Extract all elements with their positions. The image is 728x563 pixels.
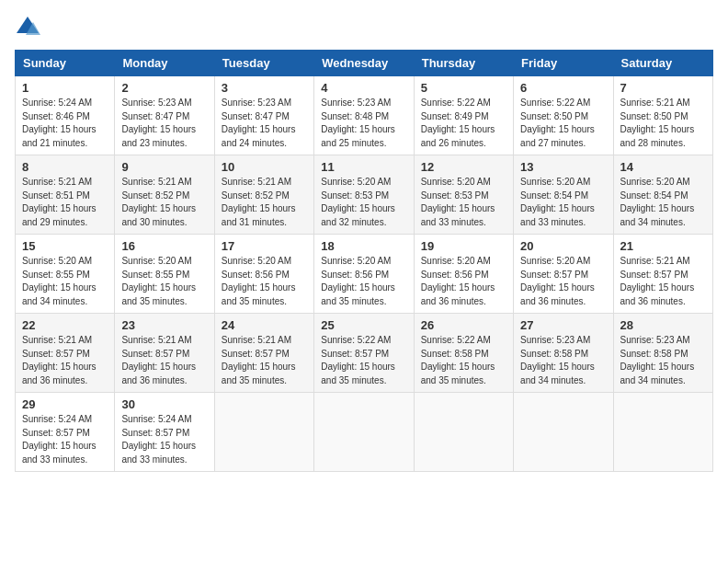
day-info: Sunrise: 5:20 AMSunset: 8:55 PMDaylight:… <box>22 255 108 308</box>
calendar-cell: 19Sunrise: 5:20 AMSunset: 8:56 PMDayligh… <box>414 235 513 314</box>
calendar-cell: 22Sunrise: 5:21 AMSunset: 8:57 PMDayligh… <box>16 314 115 393</box>
day-number: 1 <box>22 81 108 95</box>
day-number: 19 <box>421 239 506 253</box>
day-info: Sunrise: 5:21 AMSunset: 8:52 PMDaylight:… <box>121 176 207 229</box>
day-info: Sunrise: 5:20 AMSunset: 8:55 PMDaylight:… <box>121 255 207 308</box>
day-info: Sunrise: 5:21 AMSunset: 8:57 PMDaylight:… <box>121 334 207 387</box>
calendar-cell: 10Sunrise: 5:21 AMSunset: 8:52 PMDayligh… <box>214 155 313 235</box>
day-number: 6 <box>520 81 606 95</box>
calendar-cell: 7Sunrise: 5:21 AMSunset: 8:50 PMDaylight… <box>613 76 712 155</box>
calendar-cell: 21Sunrise: 5:21 AMSunset: 8:57 PMDayligh… <box>613 235 712 314</box>
calendar-cell <box>613 393 712 472</box>
page-header <box>15 15 713 40</box>
calendar-cell <box>414 393 513 472</box>
day-number: 26 <box>421 318 506 332</box>
day-number: 12 <box>421 160 506 174</box>
day-number: 21 <box>620 239 706 253</box>
day-number: 3 <box>222 81 307 95</box>
day-info: Sunrise: 5:20 AMSunset: 8:54 PMDaylight:… <box>620 176 706 229</box>
day-number: 10 <box>222 160 307 174</box>
calendar-cell: 6Sunrise: 5:22 AMSunset: 8:50 PMDaylight… <box>514 76 613 155</box>
calendar-cell: 15Sunrise: 5:20 AMSunset: 8:55 PMDayligh… <box>16 235 115 314</box>
day-number: 9 <box>121 160 207 174</box>
calendar-cell: 24Sunrise: 5:21 AMSunset: 8:57 PMDayligh… <box>214 314 313 393</box>
day-info: Sunrise: 5:22 AMSunset: 8:57 PMDaylight:… <box>321 334 406 387</box>
calendar-week-row: 15Sunrise: 5:20 AMSunset: 8:55 PMDayligh… <box>16 235 713 314</box>
day-info: Sunrise: 5:24 AMSunset: 8:57 PMDaylight:… <box>121 413 207 466</box>
calendar-cell: 17Sunrise: 5:20 AMSunset: 8:56 PMDayligh… <box>214 235 313 314</box>
day-info: Sunrise: 5:21 AMSunset: 8:57 PMDaylight:… <box>22 334 108 387</box>
day-number: 14 <box>620 160 706 174</box>
day-number: 11 <box>321 160 406 174</box>
day-info: Sunrise: 5:23 AMSunset: 8:47 PMDaylight:… <box>222 97 307 150</box>
calendar-cell: 23Sunrise: 5:21 AMSunset: 8:57 PMDayligh… <box>115 314 214 393</box>
calendar-cell: 3Sunrise: 5:23 AMSunset: 8:47 PMDaylight… <box>214 76 313 155</box>
calendar-cell: 9Sunrise: 5:21 AMSunset: 8:52 PMDaylight… <box>115 155 214 235</box>
day-info: Sunrise: 5:21 AMSunset: 8:52 PMDaylight:… <box>222 176 307 229</box>
calendar-cell: 26Sunrise: 5:22 AMSunset: 8:58 PMDayligh… <box>414 314 513 393</box>
day-number: 17 <box>222 239 307 253</box>
calendar-cell: 12Sunrise: 5:20 AMSunset: 8:53 PMDayligh… <box>414 155 513 235</box>
calendar-cell: 30Sunrise: 5:24 AMSunset: 8:57 PMDayligh… <box>115 393 214 472</box>
calendar-header-row: SundayMondayTuesdayWednesdayThursdayFrid… <box>16 51 713 76</box>
calendar-week-row: 8Sunrise: 5:21 AMSunset: 8:51 PMDaylight… <box>16 155 713 235</box>
calendar-cell: 25Sunrise: 5:22 AMSunset: 8:57 PMDayligh… <box>314 314 414 393</box>
logo <box>15 15 44 40</box>
calendar-table: SundayMondayTuesdayWednesdayThursdayFrid… <box>15 50 713 472</box>
day-info: Sunrise: 5:20 AMSunset: 8:53 PMDaylight:… <box>321 176 406 229</box>
day-number: 25 <box>321 318 406 332</box>
calendar-cell: 27Sunrise: 5:23 AMSunset: 8:58 PMDayligh… <box>514 314 613 393</box>
day-info: Sunrise: 5:21 AMSunset: 8:51 PMDaylight:… <box>22 176 108 229</box>
calendar-cell: 18Sunrise: 5:20 AMSunset: 8:56 PMDayligh… <box>314 235 414 314</box>
day-number: 2 <box>121 81 207 95</box>
day-number: 28 <box>620 318 706 332</box>
weekday-header-wednesday: Wednesday <box>314 51 414 76</box>
calendar-week-row: 22Sunrise: 5:21 AMSunset: 8:57 PMDayligh… <box>16 314 713 393</box>
calendar-cell <box>314 393 414 472</box>
calendar-cell: 20Sunrise: 5:20 AMSunset: 8:57 PMDayligh… <box>514 235 613 314</box>
day-number: 18 <box>321 239 406 253</box>
day-number: 24 <box>222 318 307 332</box>
day-info: Sunrise: 5:20 AMSunset: 8:56 PMDaylight:… <box>321 255 406 308</box>
day-info: Sunrise: 5:23 AMSunset: 8:47 PMDaylight:… <box>121 97 207 150</box>
calendar-cell <box>214 393 313 472</box>
day-number: 16 <box>121 239 207 253</box>
day-number: 5 <box>421 81 506 95</box>
calendar-cell: 8Sunrise: 5:21 AMSunset: 8:51 PMDaylight… <box>16 155 115 235</box>
calendar-cell: 13Sunrise: 5:20 AMSunset: 8:54 PMDayligh… <box>514 155 613 235</box>
calendar-week-row: 29Sunrise: 5:24 AMSunset: 8:57 PMDayligh… <box>16 393 713 472</box>
weekday-header-monday: Monday <box>115 51 214 76</box>
calendar-week-row: 1Sunrise: 5:24 AMSunset: 8:46 PMDaylight… <box>16 76 713 155</box>
day-info: Sunrise: 5:24 AMSunset: 8:46 PMDaylight:… <box>22 97 108 150</box>
calendar-cell: 29Sunrise: 5:24 AMSunset: 8:57 PMDayligh… <box>16 393 115 472</box>
day-number: 13 <box>520 160 606 174</box>
day-number: 30 <box>121 397 207 411</box>
calendar-cell: 16Sunrise: 5:20 AMSunset: 8:55 PMDayligh… <box>115 235 214 314</box>
day-number: 8 <box>22 160 108 174</box>
calendar-cell: 28Sunrise: 5:23 AMSunset: 8:58 PMDayligh… <box>613 314 712 393</box>
day-number: 29 <box>22 397 108 411</box>
day-info: Sunrise: 5:21 AMSunset: 8:50 PMDaylight:… <box>620 97 706 150</box>
day-info: Sunrise: 5:20 AMSunset: 8:57 PMDaylight:… <box>520 255 606 308</box>
day-info: Sunrise: 5:22 AMSunset: 8:49 PMDaylight:… <box>421 97 506 150</box>
calendar-cell: 11Sunrise: 5:20 AMSunset: 8:53 PMDayligh… <box>314 155 414 235</box>
day-info: Sunrise: 5:20 AMSunset: 8:56 PMDaylight:… <box>222 255 307 308</box>
day-number: 22 <box>22 318 108 332</box>
calendar-cell: 1Sunrise: 5:24 AMSunset: 8:46 PMDaylight… <box>16 76 115 155</box>
day-info: Sunrise: 5:20 AMSunset: 8:56 PMDaylight:… <box>421 255 506 308</box>
day-number: 20 <box>520 239 606 253</box>
weekday-header-sunday: Sunday <box>16 51 115 76</box>
calendar-cell: 5Sunrise: 5:22 AMSunset: 8:49 PMDaylight… <box>414 76 513 155</box>
calendar-cell <box>514 393 613 472</box>
weekday-header-thursday: Thursday <box>414 51 513 76</box>
calendar-cell: 4Sunrise: 5:23 AMSunset: 8:48 PMDaylight… <box>314 76 414 155</box>
day-number: 7 <box>620 81 706 95</box>
day-info: Sunrise: 5:23 AMSunset: 8:58 PMDaylight:… <box>620 334 706 387</box>
day-info: Sunrise: 5:22 AMSunset: 8:58 PMDaylight:… <box>421 334 506 387</box>
calendar-cell: 14Sunrise: 5:20 AMSunset: 8:54 PMDayligh… <box>613 155 712 235</box>
day-info: Sunrise: 5:22 AMSunset: 8:50 PMDaylight:… <box>520 97 606 150</box>
day-number: 15 <box>22 239 108 253</box>
day-info: Sunrise: 5:21 AMSunset: 8:57 PMDaylight:… <box>620 255 706 308</box>
logo-icon <box>15 15 40 40</box>
day-number: 23 <box>121 318 207 332</box>
